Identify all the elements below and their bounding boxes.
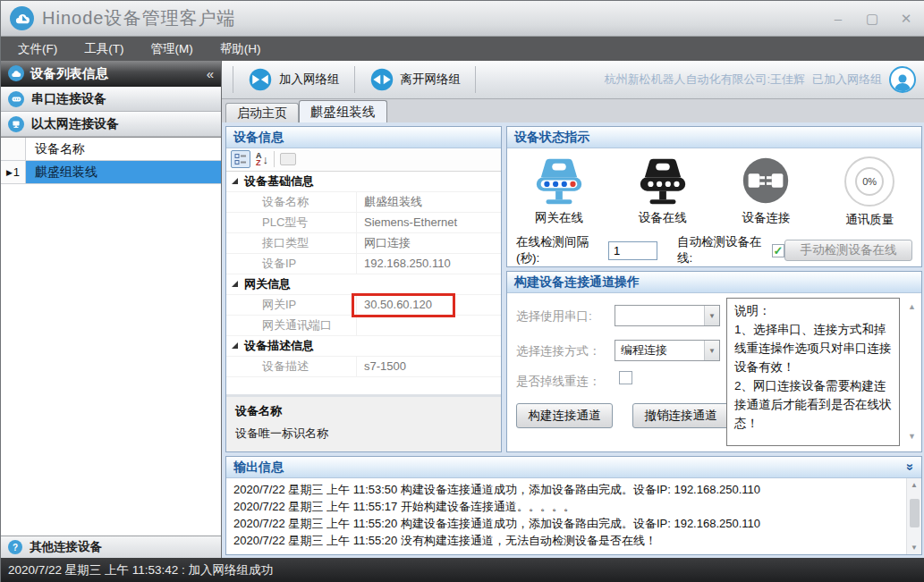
sidebar-item-ethernet-devices[interactable]: 以太网连接设备 [1,112,221,137]
check-icon: ✓ [774,245,784,257]
menu-help[interactable]: 帮助(H) [207,37,275,61]
revoke-channel-button[interactable]: 撤销连接通道 [632,403,729,428]
sort-arrow-glyph: ↓ [263,153,269,166]
log-line: 2020/7/22 星期三 上午 11:55:17 开始构建设备连接通道。。。。… [233,498,914,515]
minimize-button[interactable]: – [828,11,848,27]
auto-check-checkbox[interactable]: ✓ [772,244,784,257]
company-user-text: 杭州新松机器人自动化有限公司:王佳辉 [604,72,805,88]
connect-mode-label: 选择连接方式： [516,343,601,359]
join-network-group-button[interactable]: 加入网络组 [239,63,349,96]
property-pages-button[interactable] [280,153,296,165]
reconnect-checkbox[interactable] [619,371,632,384]
sort-z-glyph: Z [256,159,262,166]
output-collapse-icon[interactable]: » [903,463,918,470]
property-category[interactable]: 设备描述信息 [226,336,501,357]
main-region: 加入网络组 离开网络组 杭州新松机器人自动化有限公司:王佳辉 已加入网络组 启动… [222,61,924,558]
sidebar-item-label: 其他连接设备 [30,539,102,555]
scroll-down-icon[interactable]: ▼ [907,541,921,554]
interval-input[interactable] [608,241,657,260]
status-bar-text: 2020/7/22 星期三 上午 11:53:42 : 加入网络组成功 [8,562,273,578]
manual-check-button[interactable]: 手动检测设备在线 [784,240,912,261]
categorize-button[interactable] [231,150,250,168]
device-table-header: 设备名称 [1,138,221,161]
property-row[interactable]: 网关通讯端口 [226,316,501,336]
device-name-cell[interactable]: 麒盛组装线 [26,161,221,183]
row-header-cell: ▶ 1 [1,161,26,183]
expander-icon [232,178,238,184]
device-table-row[interactable]: ▶ 1 麒盛组装线 [1,161,221,184]
tab-home[interactable]: 启动主页 [225,103,299,122]
sidebar-item-serial-devices[interactable]: 串口连接设备 [1,87,221,112]
instructions-box: 说明： 1、选择串口、连接方式和掉线重连操作选项只对串口连接设备有效！ 2、网口… [726,298,900,446]
plug-connector-icon [738,153,793,208]
device-list-icon [8,65,24,81]
dropdown-arrow-icon[interactable]: ▼ [704,341,719,360]
description-text: 设备唯一标识名称 [235,426,492,442]
reconnect-label: 是否掉线重连： [516,374,601,390]
property-category[interactable]: 网关信息 [226,274,501,295]
output-scrollbar[interactable]: ▲ ▼ [906,478,921,554]
property-row[interactable]: 设备名称麒盛组装线 [226,192,501,213]
annotation-red-box [352,293,455,317]
menu-file[interactable]: 文件(F) [4,37,71,61]
toolbar-separator [354,66,355,93]
property-grid: 设备基础信息 设备名称麒盛组装线 PLC型号Siemens-Ethernet 接… [226,172,501,394]
expander-icon [232,281,238,287]
description-title: 设备名称 [235,403,492,419]
content-area: 设备信息 A Z ↓ [222,122,924,558]
sidebar-item-label: 以太网连接设备 [31,116,119,132]
output-title: 输出信息 [233,460,284,476]
log-line: 2020/7/22 星期三 上午 11:53:50 构建设备连接通道成功，添加设… [233,481,914,498]
maximize-button[interactable]: ▢ [862,11,882,27]
dropdown-arrow-icon[interactable]: ▼ [704,306,719,325]
alphabetical-sort-button[interactable]: A Z ↓ [256,152,268,166]
leave-network-group-button[interactable]: 离开网络组 [360,63,470,96]
channel-operations-panel: 构建设备连接通道操作 选择使用串口: ▼ 选择连接方式： 编程连接 ▼ [506,271,922,452]
row-index: 1 [13,165,20,179]
row-header-gutter [1,138,26,160]
serial-port-icon [8,91,24,107]
indicator-label: 网关在线 [535,210,583,226]
log-line: 2020/7/22 星期三 上午 11:55:20 没有构建连接通道，无法自动检… [233,532,914,549]
note-scroll-down-icon[interactable]: ▼ [908,432,916,441]
window-title: Hinode设备管理客户端 [42,6,235,30]
join-network-icon [248,67,273,92]
close-button[interactable]: ✕ [896,11,916,27]
leave-network-label: 离开网络组 [401,72,462,88]
sidebar-item-other-devices[interactable]: ? 其他连接设备 [1,536,221,558]
status-bar: 2020/7/22 星期三 上午 11:53:42 : 加入网络组成功 [1,558,924,582]
comm-quality-indicator: 0% 通讯质量 [820,153,919,228]
device-online-indicator: 设备在线 [614,153,712,226]
scrollbar-thumb[interactable] [910,499,920,527]
property-row[interactable]: PLC型号Siemens-Ethernet [226,213,501,233]
serial-port-combobox[interactable]: ▼ [615,305,720,326]
row-marker-icon: ▶ [6,168,13,177]
tab-device[interactable]: 麒盛组装线 [299,100,387,122]
build-channel-button[interactable]: 构建连接通道 [516,403,613,428]
device-info-panel: 设备信息 A Z ↓ [225,126,502,452]
property-category[interactable]: 设备基础信息 [226,172,501,192]
menu-manage[interactable]: 管理(M) [138,37,207,61]
note-scroll-up-icon[interactable]: ▲ [908,302,916,311]
sidebar-title: 设备列表信息 [30,65,108,82]
channel-panel-body: 选择使用串口: ▼ 选择连接方式： 编程连接 ▼ 是否掉线重连： [507,293,921,451]
output-panel-header: 输出信息 » [226,457,921,478]
sidebar-item-label: 串口连接设备 [31,91,106,107]
device-list-sidebar: 设备列表信息 « 串口连接设备 以太网连接设备 设备名称 ▶ 1 [1,61,222,558]
property-row[interactable]: 设备描述s7-1500 [226,357,501,377]
gateway-online-indicator: 网关在线 [510,153,608,226]
app-logo-icon [10,6,34,30]
detection-settings-row: 在线检测间隔(秒): 自动检测设备在线: ✓ 手动检测设备在线 [507,236,921,265]
device-info-header: 设备信息 [226,127,501,148]
property-grid-toolbar: A Z ↓ [226,148,501,172]
other-devices-icon: ? [8,540,22,554]
connect-mode-combobox[interactable]: 编程连接 ▼ [615,340,720,361]
sidebar-collapse-icon[interactable]: « [207,66,214,81]
gateway-router-icon [531,153,587,208]
menu-tools[interactable]: 工具(T) [71,37,137,61]
property-row[interactable]: 接口类型网口连接 [226,233,501,254]
scroll-up-icon[interactable]: ▲ [907,478,921,492]
main-toolbar: 加入网络组 离开网络组 杭州新松机器人自动化有限公司:王佳辉 已加入网络组 [222,61,924,99]
ethernet-icon [8,116,24,132]
property-row[interactable]: 设备IP192.168.250.110 [226,254,501,274]
